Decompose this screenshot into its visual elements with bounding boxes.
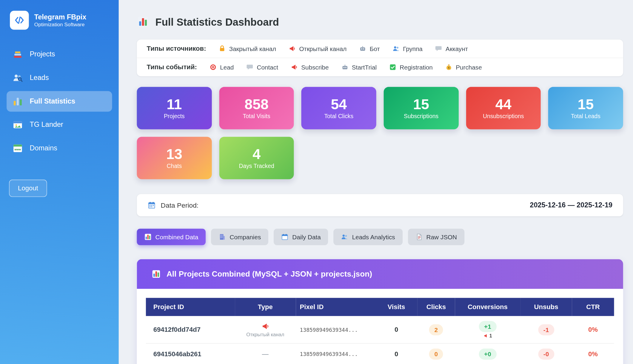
unsubs-badge: -1	[538, 324, 554, 335]
stat-label: Total Clicks	[324, 113, 353, 120]
megaphone-icon	[289, 45, 296, 53]
stat-value: 44	[495, 97, 512, 112]
tab-companies[interactable]: Companies	[211, 229, 268, 245]
stat-card-unsubscriptions: 44 Unsubscriptions	[466, 87, 541, 129]
cell-unsubs: -0	[520, 343, 572, 364]
landing-page-icon	[12, 119, 23, 130]
stat-card-projects: 11 Projects	[137, 87, 212, 129]
tab-leads-analytics[interactable]: Leads Analytics	[334, 229, 403, 245]
data-period-value: 2025-12-16 — 2025-12-19	[530, 201, 612, 209]
robot-icon	[341, 64, 349, 71]
legend-events-row: Типы событий: Lead Contact	[137, 58, 623, 76]
conversions-detail: 1	[483, 333, 492, 338]
tab-label: Companies	[230, 233, 261, 240]
cell-type: Открытый канал	[235, 316, 296, 343]
speech-bubble-icon	[435, 45, 442, 53]
stat-value: 54	[331, 97, 347, 112]
tab-combined-data[interactable]: Combined Data	[137, 229, 206, 245]
speech-bubble-icon	[246, 64, 254, 71]
logo: Telegram FBpix Optimization Software	[0, 0, 119, 39]
legend-item-open-channel: Открытый канал	[289, 45, 347, 53]
conversions-badge: +1	[479, 321, 497, 332]
legend-item-label: Lead	[220, 64, 234, 70]
legend-item-lead: Lead	[209, 64, 234, 71]
stats-grid: 11 Projects 858 Total Visits 54 Total Cl…	[137, 87, 623, 179]
legend-sources-row: Типы источников: Закрытый канал Открытый…	[137, 40, 623, 58]
sidebar-item-tg-lander[interactable]: TG Lander	[7, 115, 112, 135]
sidebar-item-leads[interactable]: Leads	[7, 67, 112, 88]
legend-item-label: StartTrial	[352, 64, 377, 70]
page-title-text: Full Statistics Dashboard	[155, 16, 279, 28]
legend-card: Типы источников: Закрытый канал Открытый…	[137, 40, 623, 76]
people-icon	[392, 45, 400, 53]
robot-icon	[359, 45, 366, 53]
stat-value: 858	[244, 97, 269, 112]
tab-label: Daily Data	[292, 233, 321, 240]
stat-label: Total Visits	[243, 113, 270, 120]
sidebar-item-label: Domains	[30, 144, 57, 152]
sidebar-item-projects[interactable]: Projects	[7, 44, 112, 65]
cell-visits: 0	[375, 343, 417, 364]
legend-item-account: Аккаунт	[435, 45, 468, 53]
tab-label: Raw JSON	[426, 233, 457, 240]
megaphone-icon	[483, 333, 488, 338]
legend-item-label: Бот	[370, 45, 380, 52]
logo-icon-box	[10, 11, 29, 30]
sidebar-item-label: Projects	[30, 50, 55, 58]
money-bag-icon: $	[445, 64, 452, 71]
logo-title: Telegram FBpix	[34, 13, 86, 21]
unsubs-badge: -0	[538, 348, 554, 360]
table-header-row: Project ID Type Pixel ID Visits Clicks C…	[146, 298, 614, 316]
projects-table-wrap: Project ID Type Pixel ID Visits Clicks C…	[137, 289, 623, 364]
logout-button[interactable]: Logout	[9, 180, 47, 197]
legend-item-bot: Бот	[359, 45, 380, 53]
legend-item-label: Группа	[403, 45, 423, 52]
clicks-badge: 0	[429, 348, 443, 360]
stat-value: 13	[166, 146, 182, 162]
calendar-icon	[147, 201, 156, 209]
stat-label: Total Leads	[571, 113, 600, 120]
stat-label: Days Tracked	[239, 163, 274, 169]
stat-value: 15	[413, 97, 429, 112]
sidebar-item-full-statistics[interactable]: Full Statistics	[7, 91, 112, 112]
type-label: Открытый канал	[246, 331, 284, 337]
code-brackets-icon	[14, 15, 25, 26]
conversions-detail-count: 1	[489, 333, 492, 338]
sidebar-item-domains[interactable]: www Domains	[7, 138, 112, 159]
cell-project-id: 69412f0dd74d7	[146, 316, 235, 343]
legend-item-label: Закрытый канал	[229, 45, 276, 52]
sidebar-item-label: Leads	[30, 74, 49, 82]
stat-card-total-leads: 15 Total Leads	[548, 87, 623, 129]
stat-label: Subscriptions	[404, 113, 438, 120]
legend-item-label: Registration	[400, 64, 433, 70]
cell-pixel-id: 138598949639344...	[296, 316, 375, 343]
target-icon	[209, 64, 217, 71]
calendar-icon	[281, 233, 289, 241]
stat-card-subscriptions: 15 Subscriptions	[384, 87, 459, 129]
table-row: 69415046ab261 — 138598949639344... 0 0 +…	[146, 343, 614, 364]
col-visits: Visits	[375, 298, 417, 316]
legend-item-label: Subscribe	[301, 64, 329, 70]
stat-value: 11	[167, 97, 182, 112]
col-project-id: Project ID	[146, 298, 235, 316]
cell-ctr: 0%	[572, 343, 614, 364]
stat-label: Projects	[164, 113, 185, 120]
stat-label: Chats	[167, 163, 182, 169]
tab-daily-data[interactable]: Daily Data	[274, 229, 328, 245]
browser-www-icon: www	[12, 143, 23, 154]
app: Telegram FBpix Optimization Software Pro…	[0, 0, 633, 364]
megaphone-icon	[290, 64, 298, 71]
stat-card-chats: 13 Chats	[137, 137, 212, 179]
table-row: 69412f0dd74d7 Открытый канал	[146, 316, 614, 343]
tab-raw-json[interactable]: Raw JSON	[408, 229, 464, 245]
stat-card-total-clicks: 54 Total Clicks	[301, 87, 376, 129]
clicks-badge: 2	[429, 324, 443, 335]
data-period-label: Data Period:	[161, 201, 199, 209]
stat-card-total-visits: 858 Total Visits	[219, 87, 294, 129]
sidebar-item-label: TG Lander	[30, 121, 63, 129]
stat-card-days-tracked: 4 Days Tracked	[219, 137, 294, 179]
col-unsubs: Unsubs	[520, 298, 572, 316]
bar-chart-icon	[12, 96, 23, 107]
view-tabs: Combined Data Companies	[137, 229, 623, 245]
legend-events-label: Типы событий:	[147, 64, 197, 71]
